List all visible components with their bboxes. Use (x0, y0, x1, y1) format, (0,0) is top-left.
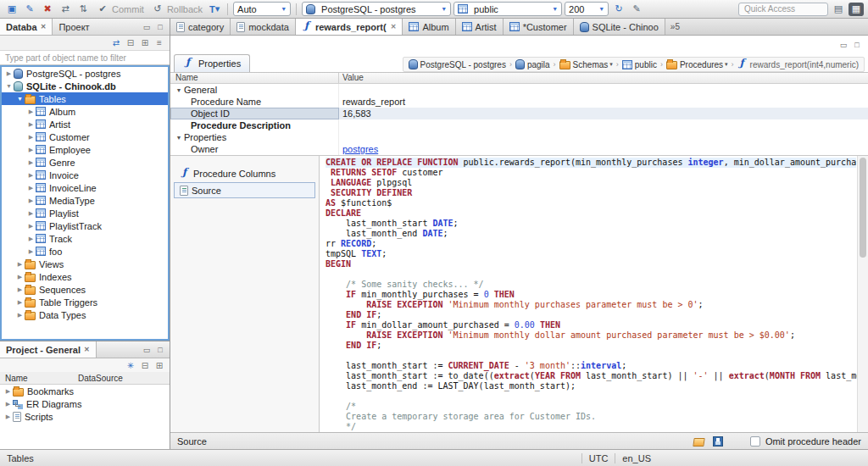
expander-icon[interactable]: ▶ (26, 223, 36, 230)
vertical-scrollbar[interactable] (857, 156, 868, 432)
expander-icon[interactable]: ▶ (4, 70, 14, 77)
tree-item-sequences[interactable]: ▶Sequences (2, 283, 168, 296)
fetch-size-select[interactable]: 200▼ (565, 2, 609, 16)
tree-item-employee[interactable]: ▶Employee (2, 143, 168, 156)
tree-item-table-triggers[interactable]: ▶Table Triggers (2, 296, 168, 308)
breadcrumb-item-schemas[interactable]: Schemas▾ (559, 59, 613, 69)
source-editor[interactable]: CREATE OR REPLACE FUNCTION public.reward… (320, 156, 868, 432)
property-row-object-id[interactable]: Object ID16,583 (170, 108, 868, 119)
abort-icon[interactable]: ✖ (40, 3, 55, 16)
tab-database-navigator[interactable]: Databa✕ (0, 19, 53, 35)
expander-icon[interactable]: ▶ (15, 299, 25, 306)
expander-icon[interactable]: ▼ (174, 135, 184, 141)
breadcrumb-item-postgresql-postgres[interactable]: PostgreSQL - postgres (409, 59, 506, 69)
breadcrumb-item-public[interactable]: public (622, 60, 657, 69)
breadcrumb-item-rewards-report-int4-numeric[interactable]: rewards_report(int4,numeric) (737, 59, 859, 69)
editor-tab-rewards-report[interactable]: rewards_report(✕ (296, 19, 403, 35)
maximize-icon[interactable]: □ (154, 346, 166, 354)
expand-all-icon[interactable]: ⊞ (153, 361, 166, 370)
minimize-icon[interactable]: ▭ (837, 41, 849, 49)
link-editor-icon[interactable]: ⇄ (109, 38, 123, 47)
tree-item-views[interactable]: ▶Views (2, 258, 168, 270)
expander-icon[interactable]: ▶ (3, 401, 13, 408)
tab-properties[interactable]: Properties (174, 54, 250, 72)
expander-icon[interactable]: ▶ (26, 172, 36, 179)
collapse-all-icon[interactable]: ⊟ (124, 38, 137, 47)
editor-tab-album[interactable]: Album (403, 19, 455, 35)
tree-item-sqlite-chinook-db[interactable]: ▼SQLite - Chinook.db (2, 80, 168, 92)
property-row-owner[interactable]: Ownerpostgres (170, 143, 868, 155)
expander-icon[interactable]: ▶ (15, 274, 25, 280)
save-icon[interactable] (713, 436, 723, 447)
tab-project-general[interactable]: Project - General✕ (0, 341, 97, 358)
commit-mode-select[interactable]: Auto▼ (233, 2, 291, 16)
commit-button[interactable]: ✔Commit (93, 3, 146, 16)
edit-icon[interactable]: ✎ (629, 3, 644, 16)
expander-icon[interactable]: ▼ (15, 96, 25, 102)
tree-item-playlisttrack[interactable]: ▶PlaylistTrack (2, 219, 168, 232)
tree-item-foo[interactable]: ▶foo (2, 245, 168, 258)
tree-item-invoiceline[interactable]: ▶InvoiceLine (2, 181, 168, 194)
close-icon[interactable]: ✕ (41, 23, 47, 31)
expander-icon[interactable]: ▶ (26, 108, 36, 115)
tree-item-postgresql-postgres[interactable]: ▶PostgreSQL - postgres (2, 67, 168, 80)
expander-icon[interactable]: ▶ (15, 261, 25, 268)
tree-item-album[interactable]: ▶Album (2, 105, 168, 118)
expander-icon[interactable]: ▼ (174, 87, 184, 93)
expander-icon[interactable]: ▶ (26, 185, 36, 191)
schema-select[interactable]: public▼ (453, 2, 562, 16)
expander-icon[interactable]: ▶ (26, 121, 36, 128)
expander-icon[interactable]: ▶ (15, 312, 25, 319)
project-item-scripts[interactable]: ▶Scripts (0, 410, 170, 423)
editor-tab-artist[interactable]: Artist (456, 19, 504, 35)
tree-item-invoice[interactable]: ▶Invoice (2, 169, 168, 181)
omit-header-checkbox[interactable] (750, 436, 760, 447)
expander-icon[interactable]: ▶ (26, 248, 36, 255)
expand-all-icon[interactable]: ⊞ (138, 38, 152, 47)
property-row-procedure-name[interactable]: Procedure Namerewards_report (170, 96, 868, 108)
new-object-icon[interactable]: ▣ (4, 3, 19, 16)
perspective-dbeaver-icon[interactable]: ▦ (849, 3, 864, 16)
sql-editor-icon[interactable]: ✎ (22, 3, 37, 16)
tab-project-explorer[interactable]: Проект (53, 19, 95, 35)
minimize-icon[interactable]: ▭ (141, 346, 153, 354)
tree-item-artist[interactable]: ▶Artist (2, 118, 168, 130)
tree-item-customer[interactable]: ▶Customer (2, 130, 168, 143)
tree-item-track[interactable]: ▶Track (2, 232, 168, 245)
rollback-button[interactable]: ↺Rollback (148, 3, 204, 16)
maximize-icon[interactable]: □ (154, 23, 166, 31)
expander-icon[interactable]: ▶ (26, 236, 36, 242)
expander-icon[interactable]: ▶ (26, 210, 36, 217)
subpanel-item-procedure-columns[interactable]: Procedure Columns (174, 165, 315, 181)
property-row-general[interactable]: ▼General (170, 84, 868, 96)
property-row-properties[interactable]: ▼Properties (170, 131, 868, 143)
expander-icon[interactable]: ▶ (26, 159, 36, 166)
refresh-icon[interactable]: ↻ (611, 3, 626, 16)
expander-icon[interactable]: ▶ (3, 388, 13, 395)
close-icon[interactable]: ✕ (84, 346, 90, 353)
tree-item-mediatype[interactable]: ▶MediaType (2, 194, 168, 207)
expander-icon[interactable]: ▼ (4, 83, 14, 89)
breadcrumb-item-procedures[interactable]: Procedures▾ (666, 59, 728, 69)
editor-tab-category[interactable]: category (170, 19, 231, 35)
property-value[interactable]: postgres (339, 144, 868, 154)
quick-access-input[interactable]: Quick Access (738, 3, 828, 16)
connection-select[interactable]: PostgreSQL - postgres▼ (302, 2, 451, 16)
tree-item-playlist[interactable]: ▶Playlist (2, 207, 168, 219)
gear-icon[interactable]: ✳ (124, 361, 137, 370)
transfer-icon[interactable]: ⇅ (75, 3, 91, 16)
status-locale[interactable]: en_US (622, 453, 651, 463)
minimize-icon[interactable]: ▭ (141, 23, 153, 31)
object-filter-input[interactable]: Type part of object name to filter (0, 51, 170, 65)
breadcrumb-item-pagila[interactable]: pagila (515, 59, 550, 69)
subpanel-item-source[interactable]: Source (174, 182, 315, 198)
sync-icon[interactable]: ⇄ (58, 3, 73, 16)
tree-item-data-types[interactable]: ▶Data Types (2, 308, 168, 321)
editor-tab-mockdata[interactable]: mockdata (231, 19, 296, 35)
project-item-bookmarks[interactable]: ▶Bookmarks (0, 385, 170, 397)
expander-icon[interactable]: ▶ (26, 147, 36, 153)
close-tab-icon[interactable]: ✕ (391, 23, 397, 31)
tree-item-tables[interactable]: ▼Tables (2, 92, 168, 105)
expander-icon[interactable]: ▶ (15, 286, 25, 293)
expander-icon[interactable]: ▶ (3, 413, 13, 420)
